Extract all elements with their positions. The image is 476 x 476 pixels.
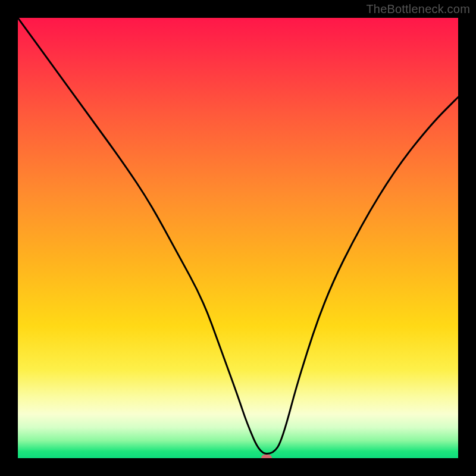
optimal-point-marker [261,455,272,458]
chart-svg [18,18,458,458]
plot-area [18,18,458,458]
watermark-text: TheBottleneck.com [366,2,470,16]
chart-frame: TheBottleneck.com [0,0,476,476]
curve-bottleneck-curve [18,18,458,454]
